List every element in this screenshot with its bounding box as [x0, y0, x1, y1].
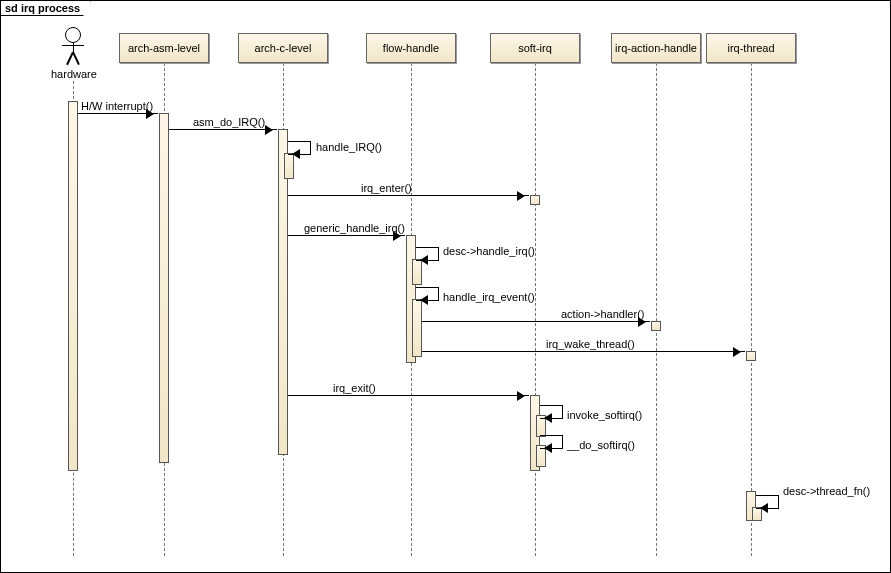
arrow-m5 — [288, 235, 405, 236]
msg-hw-interrupt: H/W interrupt() — [81, 100, 153, 112]
participant-thread: irq-thread — [706, 33, 796, 63]
participant-c: arch-c-level — [238, 33, 328, 63]
msg-handle-irq: handle_IRQ() — [316, 141, 382, 153]
msg-irq-exit: irq_exit() — [333, 382, 376, 394]
msg-thread-fn: desc->thread_fn() — [783, 485, 870, 497]
arrow-m10 — [288, 395, 529, 396]
arrow-m4 — [288, 195, 529, 196]
self-m12 — [540, 435, 563, 449]
activation-asm — [159, 113, 169, 463]
sequence-frame: sd irq process hardware arch-asm-level a… — [0, 0, 891, 573]
self-m13 — [756, 495, 779, 509]
msg-handle-irq-event: handle_irq_event() — [443, 291, 535, 303]
participant-soft: soft-irq — [490, 33, 580, 63]
activation-action — [651, 321, 661, 331]
frame-title: sd irq process — [0, 0, 91, 16]
self-m6 — [416, 247, 439, 261]
msg-invoke-softirq: invoke_softirq() — [567, 409, 642, 421]
msg-asm-do-irq: asm_do_IRQ() — [193, 116, 265, 128]
actor-hardware: hardware — [51, 27, 95, 80]
activation-flow-self2 — [412, 299, 422, 357]
lifeline-thread — [751, 63, 752, 556]
arrow-m9 — [422, 351, 745, 352]
participant-asm: arch-asm-level — [119, 33, 209, 63]
activation-hardware — [68, 101, 78, 471]
self-m3 — [288, 141, 311, 155]
actor-label: hardware — [51, 68, 95, 80]
msg-irq-enter: irq_enter() — [361, 182, 412, 194]
arrow-m2 — [169, 129, 277, 130]
msg-do-softirq: __do_softirq() — [567, 439, 635, 451]
participant-action: irq-action-handle — [611, 33, 701, 63]
lifeline-action — [656, 63, 657, 556]
self-m11 — [540, 405, 563, 419]
msg-desc-handle-irq: desc->handle_irq() — [443, 245, 535, 257]
msg-irq-wake-thread: irq_wake_thread() — [546, 338, 635, 350]
msg-generic-handle-irq: generic_handle_irq() — [304, 222, 405, 234]
msg-action-handler: action->handler() — [561, 308, 644, 320]
arrow-m1 — [78, 113, 158, 114]
self-m7 — [416, 287, 439, 301]
participant-flow: flow-handle — [366, 33, 456, 63]
arrow-m8 — [422, 321, 650, 322]
activation-thread-wake — [746, 351, 756, 361]
lifeline-soft — [535, 63, 536, 556]
activation-soft-enter — [530, 195, 540, 205]
